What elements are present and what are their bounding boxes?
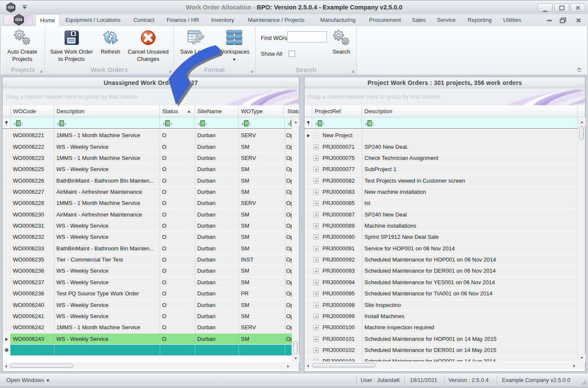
svg-text:a: a [14, 121, 16, 126]
svg-text:c: c [64, 121, 67, 126]
svg-text:a: a [57, 121, 60, 126]
svg-text:a: a [288, 121, 290, 126]
svg-text:a: a [315, 121, 318, 126]
svg-text:c: c [21, 121, 23, 126]
svg-text:c: c [170, 121, 173, 126]
svg-text:c: c [205, 121, 208, 126]
svg-text:a: a [242, 121, 244, 126]
svg-text:a: a [163, 121, 165, 126]
svg-text:a: a [198, 121, 200, 126]
svg-text:a: a [365, 121, 367, 126]
svg-text:c: c [249, 121, 251, 126]
svg-text:c: c [372, 121, 375, 126]
svg-text:c: c [322, 121, 325, 126]
